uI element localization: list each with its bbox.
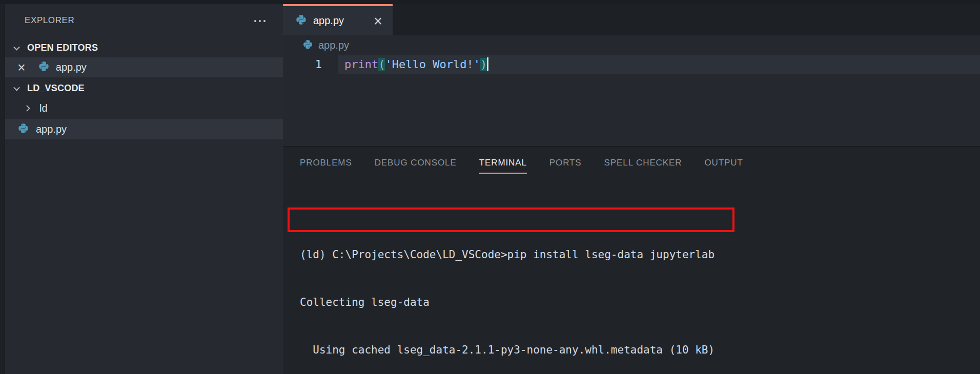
token-open-paren: (: [378, 58, 385, 71]
panel-tab-ports[interactable]: PORTS: [549, 158, 582, 174]
terminal-line: Collecting lseg-data: [300, 295, 980, 310]
token-function: print: [344, 58, 378, 71]
code-line[interactable]: print('Hello World!'): [344, 55, 488, 74]
section-label: LD_VSCODE: [27, 83, 85, 94]
breadcrumb-item: app.py: [318, 39, 349, 51]
tree-item-ld-folder[interactable]: ld: [5, 98, 283, 118]
python-file-icon: [302, 40, 313, 51]
bottom-panel: PROBLEMS DEBUG CONSOLE TERMINAL PORTS SP…: [283, 146, 980, 374]
editor-group: app.py × app.py 1 print('Hello World!'): [283, 4, 980, 146]
terminal-line: (ld) C:\Projects\Code\LD_VSCode>pip inst…: [300, 247, 980, 263]
chevron-down-icon[interactable]: [13, 44, 20, 50]
sidebar-title: EXPLORER: [25, 15, 74, 26]
close-icon[interactable]: ×: [374, 16, 382, 26]
close-icon[interactable]: ×: [17, 63, 26, 73]
section-open-editors[interactable]: OPEN EDITORS: [5, 38, 283, 57]
open-editor-item-apppy[interactable]: × app.py: [5, 57, 283, 77]
chevron-down-icon[interactable]: [13, 84, 20, 91]
activity-bar-edge: [0, 4, 5, 374]
panel-tab-output[interactable]: OUTPUT: [704, 158, 743, 174]
python-file-icon: [38, 61, 50, 73]
python-file-icon: [17, 123, 29, 135]
tab-apppy[interactable]: app.py ×: [283, 4, 393, 35]
explorer-sidebar: EXPLORER OPEN EDITORS × app.py LD_VSCODE…: [5, 4, 283, 374]
panel-tab-problems[interactable]: PROBLEMS: [300, 158, 352, 174]
file-name: app.py: [56, 61, 87, 73]
file-name: app.py: [36, 123, 67, 135]
folder-name: ld: [39, 102, 48, 114]
vscode-window: EXPLORER OPEN EDITORS × app.py LD_VSCODE…: [0, 0, 980, 374]
tab-label: app.py: [313, 15, 344, 27]
panel-tab-bar: PROBLEMS DEBUG CONSOLE TERMINAL PORTS SP…: [300, 158, 743, 174]
dot: [263, 20, 266, 22]
panel-tab-debug-console[interactable]: DEBUG CONSOLE: [375, 158, 457, 174]
python-file-icon: [295, 15, 307, 27]
terminal-line: Using cached lseg_data-2.1.1-py3-none-an…: [300, 342, 980, 358]
token-close-paren: ): [480, 58, 487, 71]
breadcrumb[interactable]: app.py: [283, 35, 980, 55]
panel-tab-terminal[interactable]: TERMINAL: [479, 158, 527, 174]
section-workspace-root[interactable]: LD_VSCODE: [5, 78, 283, 98]
tree-item-apppy-selected[interactable]: app.py: [5, 119, 283, 139]
text-cursor: [487, 57, 488, 71]
chevron-right-icon[interactable]: [24, 105, 30, 112]
dot: [259, 20, 261, 22]
line-number: 1: [283, 55, 322, 74]
more-actions-icon[interactable]: [252, 16, 268, 26]
terminal-output[interactable]: (ld) C:\Projects\Code\LD_VSCode>pip inst…: [300, 215, 980, 374]
section-label: OPEN EDITORS: [27, 43, 98, 53]
panel-tab-spell-checker[interactable]: SPELL CHECKER: [604, 158, 682, 174]
token-string: 'Hello World!': [385, 58, 480, 71]
sidebar-header: EXPLORER: [5, 11, 283, 30]
tab-bar: app.py ×: [283, 4, 980, 35]
dot: [254, 20, 256, 22]
window-top-border: [0, 0, 980, 4]
